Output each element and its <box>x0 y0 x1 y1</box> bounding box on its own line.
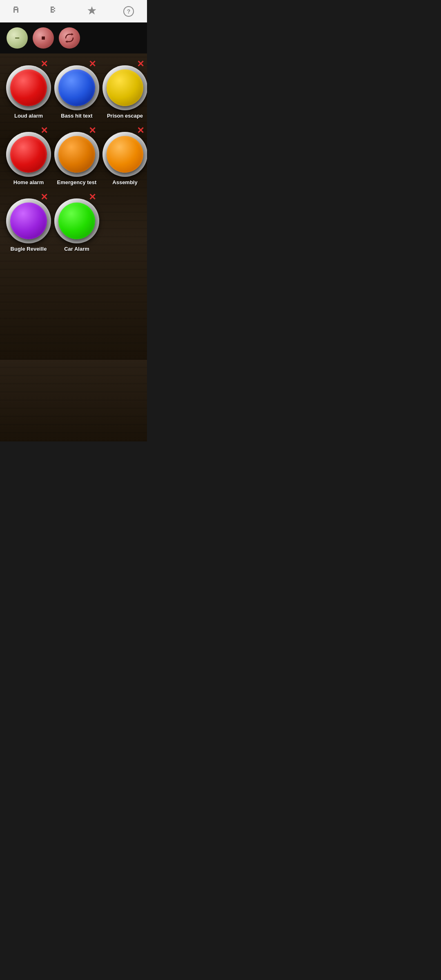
stop-button[interactable]: ■ <box>33 27 54 49</box>
svg-rect-2 <box>16 7 18 8</box>
empty-slot <box>102 193 141 255</box>
bass-hit-label: Bass hit text <box>61 113 92 119</box>
svg-rect-3 <box>13 8 15 9</box>
sound-item-bass-hit: ✕ Bass hit text <box>54 60 99 122</box>
svg-rect-8 <box>13 10 15 11</box>
button-row-1: ✕ Loud alarm ✕ Bass hit text ✕ Prison es… <box>4 58 143 124</box>
delete-emergency-test[interactable]: ✕ <box>89 126 96 135</box>
svg-rect-5 <box>13 9 15 10</box>
prison-escape-label: Prison escape <box>107 113 143 119</box>
sound-item-prison-escape: ✕ Prison escape <box>102 60 147 122</box>
loud-alarm-label: Loud alarm <box>14 113 43 119</box>
car-alarm-button[interactable] <box>54 198 99 243</box>
top-navigation: ? <box>0 0 147 22</box>
button-row-2: ✕ Home alarm ✕ Emergency test ✕ Assembly <box>4 124 143 191</box>
svg-rect-7 <box>17 9 18 10</box>
loud-alarm-button[interactable] <box>6 65 51 110</box>
sound-item-car-alarm: ✕ Car Alarm <box>54 193 99 255</box>
svg-rect-11 <box>17 11 18 13</box>
svg-rect-10 <box>13 11 15 13</box>
svg-rect-6 <box>15 9 17 10</box>
delete-assembly[interactable]: ✕ <box>137 126 144 135</box>
svg-rect-16 <box>54 10 55 11</box>
svg-marker-18 <box>88 7 96 14</box>
svg-rect-4 <box>17 8 18 9</box>
assembly-button[interactable] <box>102 132 147 177</box>
delete-home-alarm[interactable]: ✕ <box>40 126 48 135</box>
tab-favorites[interactable] <box>84 3 100 20</box>
prison-escape-button[interactable] <box>102 65 147 110</box>
home-alarm-button[interactable] <box>6 132 51 177</box>
svg-text:?: ? <box>127 8 131 15</box>
tab-a[interactable] <box>10 3 27 20</box>
svg-rect-17 <box>52 11 54 13</box>
svg-rect-13 <box>52 7 54 8</box>
home-alarm-label: Home alarm <box>13 179 44 185</box>
button-row-3: ✕ Bugle Reveille ✕ Car Alarm <box>4 191 143 257</box>
sound-item-home-alarm: ✕ Home alarm <box>6 126 51 189</box>
bass-hit-button[interactable] <box>54 65 99 110</box>
bottom-area <box>0 360 147 441</box>
bugle-button[interactable] <box>6 198 51 243</box>
svg-rect-0 <box>14 7 15 8</box>
sound-item-emergency-test: ✕ Emergency test <box>54 126 99 189</box>
sound-item-bugle: ✕ Bugle Reveille <box>6 193 51 255</box>
svg-rect-12 <box>51 7 52 13</box>
svg-rect-1 <box>15 7 16 8</box>
control-bar: − ■ <box>0 22 147 53</box>
bugle-label: Bugle Reveille <box>11 246 47 252</box>
tab-b[interactable] <box>47 3 63 20</box>
svg-rect-14 <box>54 8 55 9</box>
svg-rect-15 <box>52 9 54 10</box>
svg-rect-9 <box>17 10 18 11</box>
emergency-test-label: Emergency test <box>57 179 97 185</box>
car-alarm-label: Car Alarm <box>64 246 89 252</box>
repeat-button[interactable] <box>59 27 80 49</box>
delete-prison-escape[interactable]: ✕ <box>137 60 144 69</box>
delete-bass-hit[interactable]: ✕ <box>89 60 96 69</box>
emergency-test-button[interactable] <box>54 132 99 177</box>
svg-marker-22 <box>65 40 67 43</box>
delete-car-alarm[interactable]: ✕ <box>89 193 96 202</box>
delete-bugle[interactable]: ✕ <box>40 193 48 202</box>
assembly-label: Assembly <box>112 179 137 185</box>
sound-item-loud-alarm: ✕ Loud alarm <box>6 60 51 122</box>
sound-grid: ✕ Loud alarm ✕ Bass hit text ✕ Prison es… <box>0 53 147 360</box>
volume-down-button[interactable]: − <box>7 27 28 49</box>
delete-loud-alarm[interactable]: ✕ <box>40 60 48 69</box>
sound-item-assembly: ✕ Assembly <box>102 126 147 189</box>
svg-marker-21 <box>71 33 74 36</box>
tab-help[interactable]: ? <box>120 3 137 20</box>
